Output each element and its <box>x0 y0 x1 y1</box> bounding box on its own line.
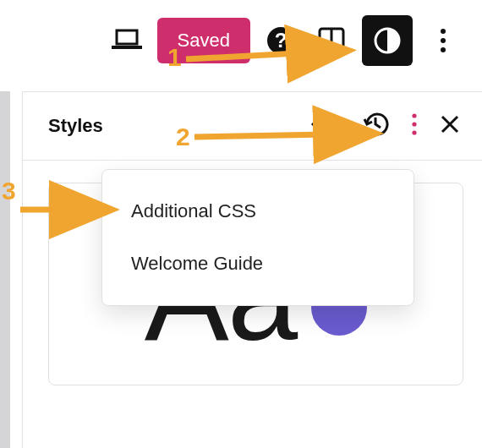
svg-point-12 <box>412 122 416 126</box>
device-view-button[interactable] <box>107 20 147 61</box>
eye-icon <box>311 113 340 135</box>
history-icon <box>362 111 389 138</box>
help-icon: ? <box>266 25 296 56</box>
svg-point-8 <box>441 38 446 43</box>
revisions-button[interactable] <box>362 111 389 141</box>
svg-point-9 <box>441 47 446 52</box>
svg-text:?: ? <box>275 29 288 52</box>
menu-item-welcome-guide[interactable]: Welcome Guide <box>102 238 414 290</box>
styles-toggle-button[interactable] <box>362 15 413 66</box>
svg-point-13 <box>412 130 416 134</box>
styles-more-menu: Additional CSS Welcome Guide <box>101 169 414 306</box>
svg-point-11 <box>412 113 416 117</box>
top-toolbar: Saved ? <box>0 0 482 81</box>
panel-title: Styles <box>48 115 103 137</box>
styles-more-menu-button[interactable] <box>411 112 418 139</box>
help-button[interactable]: ? <box>260 20 301 61</box>
vertical-dots-icon <box>440 28 446 53</box>
menu-item-additional-css[interactable]: Additional CSS <box>102 185 414 238</box>
svg-rect-1 <box>112 46 142 49</box>
svg-point-7 <box>441 29 446 34</box>
close-icon <box>440 114 460 134</box>
svg-rect-0 <box>117 30 137 44</box>
spacer <box>10 91 22 448</box>
svg-point-10 <box>321 120 330 128</box>
close-panel-button[interactable] <box>440 114 460 138</box>
contrast-icon <box>372 25 403 56</box>
settings-sidebar-button[interactable] <box>311 20 352 61</box>
more-options-button[interactable] <box>423 20 463 61</box>
save-status-label: Saved <box>178 30 230 52</box>
laptop-icon <box>110 27 144 54</box>
panel-actions <box>311 111 460 141</box>
style-book-button[interactable] <box>311 113 340 139</box>
scroll-gutter <box>0 91 10 448</box>
save-status-button[interactable]: Saved <box>157 18 250 63</box>
styles-panel-header: Styles <box>23 92 482 161</box>
vertical-dots-icon <box>411 112 418 136</box>
split-panel-icon <box>317 26 346 55</box>
